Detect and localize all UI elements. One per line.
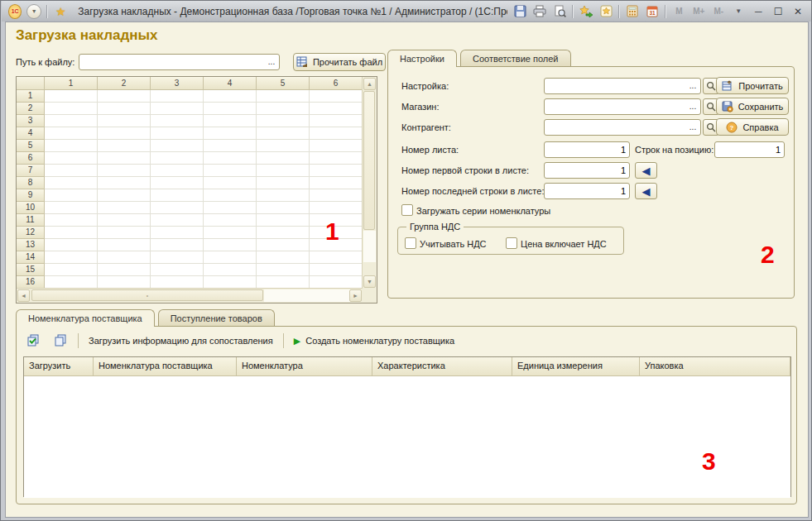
help-button[interactable]: ? Справка xyxy=(716,118,789,136)
grid-row-header[interactable]: 5 xyxy=(17,140,45,152)
grid-cell[interactable] xyxy=(45,202,98,214)
grid-cell[interactable] xyxy=(151,276,204,289)
check-all-button[interactable] xyxy=(23,332,44,349)
grid-cell[interactable] xyxy=(310,251,363,264)
grid-column-header[interactable]: 2 xyxy=(98,77,151,90)
grid-cell[interactable] xyxy=(204,165,257,177)
grid-cell[interactable] xyxy=(204,239,257,251)
grid-cell[interactable] xyxy=(98,214,151,227)
grid-cell[interactable] xyxy=(151,177,204,189)
grid-cell[interactable] xyxy=(204,140,257,152)
grid-row-header[interactable]: 6 xyxy=(17,152,45,165)
memory-recall-button[interactable]: M xyxy=(671,4,686,19)
print-icon[interactable] xyxy=(532,4,547,19)
grid-cell[interactable] xyxy=(151,214,204,227)
grid-cell[interactable] xyxy=(45,264,98,276)
setting-input[interactable] xyxy=(545,122,685,132)
grid-cell[interactable] xyxy=(204,177,257,189)
grid-cell[interactable] xyxy=(98,264,151,276)
grid-cell[interactable] xyxy=(45,127,98,140)
grid-cell[interactable] xyxy=(151,264,204,276)
grid-cell[interactable] xyxy=(45,103,98,115)
hscroll-track[interactable] xyxy=(264,289,350,302)
close-button[interactable]: ✕ xyxy=(790,6,805,17)
calendar-icon[interactable]: 31 xyxy=(645,4,660,19)
grid-cell[interactable] xyxy=(151,202,204,214)
grid-cell[interactable] xyxy=(310,189,363,202)
last-row-pick-button[interactable]: ◀ xyxy=(635,183,657,199)
grid-column-header[interactable]: 6 xyxy=(310,77,363,90)
grid-cell[interactable] xyxy=(310,264,363,276)
grid-cell[interactable] xyxy=(204,214,257,227)
grid-cell[interactable] xyxy=(204,202,257,214)
grid-cell[interactable] xyxy=(98,276,151,289)
grid-row-header[interactable]: 3 xyxy=(17,115,45,127)
grid-cell[interactable] xyxy=(204,103,257,115)
grid-cell[interactable] xyxy=(98,239,151,251)
setting-browse-button[interactable]: ... xyxy=(685,99,700,114)
grid-row-header[interactable]: 1 xyxy=(17,90,45,103)
grid-cell[interactable] xyxy=(98,202,151,214)
supplier-table-column-header[interactable]: Характеристика xyxy=(372,357,512,375)
grid-cell[interactable] xyxy=(310,152,363,165)
first-row-pick-button[interactable]: ◀ xyxy=(635,162,657,179)
grid-cell[interactable] xyxy=(257,103,310,115)
grid-cell[interactable] xyxy=(310,115,363,127)
scroll-up-icon[interactable]: ▲ xyxy=(363,78,376,90)
grid-row-header[interactable]: 2 xyxy=(17,103,45,115)
grid-cell[interactable] xyxy=(204,189,257,202)
grid-column-header[interactable]: 3 xyxy=(151,77,204,90)
tab-settings[interactable]: Настройки xyxy=(387,50,457,67)
setting-input[interactable] xyxy=(545,81,685,91)
grid-cell[interactable] xyxy=(257,264,310,276)
grid-cell[interactable] xyxy=(310,177,363,189)
grid-cell[interactable] xyxy=(45,276,98,289)
save-settings-button[interactable]: Сохранить xyxy=(716,98,789,115)
grid-cell[interactable] xyxy=(151,103,204,115)
supplier-table-body[interactable] xyxy=(24,376,790,498)
grid-cell[interactable] xyxy=(257,165,310,177)
minimize-button[interactable]: ─ xyxy=(751,6,766,17)
grid-cell[interactable] xyxy=(204,276,257,289)
grid-cell[interactable] xyxy=(45,227,98,239)
grid-cell[interactable] xyxy=(257,115,310,127)
rows-per-position-input[interactable] xyxy=(715,145,784,155)
grid-row-header[interactable]: 13 xyxy=(17,239,45,251)
load-series-checkbox[interactable] xyxy=(401,204,413,216)
grid-row-header[interactable]: 9 xyxy=(17,189,45,202)
grid-cell[interactable] xyxy=(98,140,151,152)
vscroll-thumb[interactable] xyxy=(363,91,375,230)
grid-cell[interactable] xyxy=(98,152,151,165)
grid-cell[interactable] xyxy=(257,152,310,165)
hscroll-thumb[interactable]: • xyxy=(31,289,263,301)
grid-cell[interactable] xyxy=(310,202,363,214)
grid-cell[interactable] xyxy=(151,227,204,239)
supplier-table-column-header[interactable]: Загрузить xyxy=(24,357,94,375)
grid-row-header[interactable]: 11 xyxy=(17,214,45,227)
tab-field-mapping[interactable]: Соответствие полей xyxy=(460,50,571,66)
grid-cell[interactable] xyxy=(98,165,151,177)
setting-input[interactable] xyxy=(545,102,685,112)
grid-cell[interactable] xyxy=(204,127,257,140)
grid-cell[interactable] xyxy=(98,103,151,115)
grid-cell[interactable] xyxy=(257,276,310,289)
grid-cell[interactable] xyxy=(310,276,363,289)
uncheck-all-button[interactable] xyxy=(50,332,71,349)
grid-cell[interactable] xyxy=(257,177,310,189)
grid-row-header[interactable]: 8 xyxy=(17,177,45,189)
grid-cell[interactable] xyxy=(310,90,363,103)
toolbar-overflow-button[interactable]: ▼ xyxy=(731,4,746,19)
supplier-table-column-header[interactable]: Номенклатура поставщика xyxy=(94,357,237,375)
tab-supplier-items[interactable]: Номенклатура поставщика xyxy=(16,309,155,327)
grid-row-header[interactable]: 12 xyxy=(17,227,45,239)
grid-cell[interactable] xyxy=(151,140,204,152)
scroll-right-icon[interactable]: ► xyxy=(349,289,362,302)
grid-cell[interactable] xyxy=(204,264,257,276)
grid-cell[interactable] xyxy=(257,227,310,239)
grid-cell[interactable] xyxy=(151,165,204,177)
supplier-table-column-header[interactable]: Единица измерения xyxy=(512,357,640,375)
setting-browse-button[interactable]: ... xyxy=(685,120,700,135)
grid-cell[interactable] xyxy=(310,165,363,177)
grid-cell[interactable] xyxy=(151,127,204,140)
vat-account-checkbox[interactable] xyxy=(405,237,416,249)
